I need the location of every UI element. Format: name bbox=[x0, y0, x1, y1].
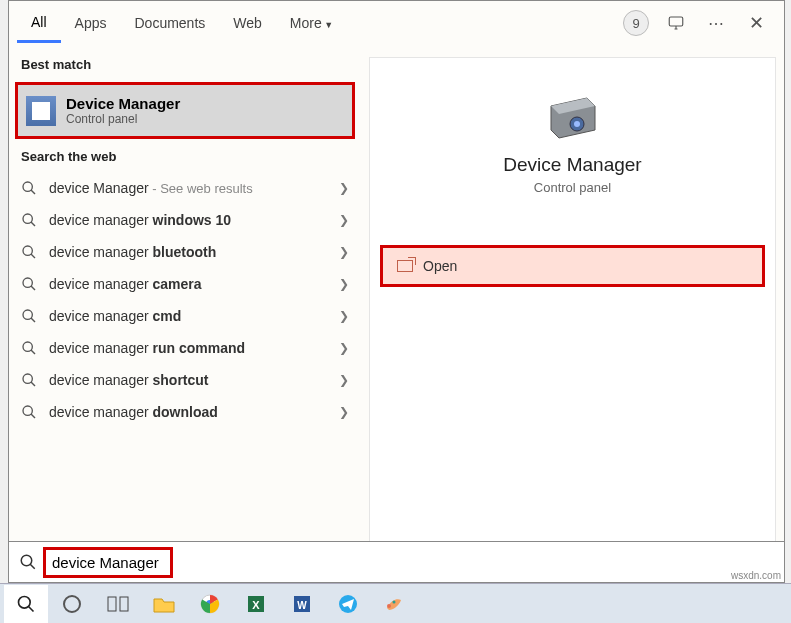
web-result-0[interactable]: device Manager - See web results❯ bbox=[9, 172, 361, 204]
tab-bar: All Apps Documents Web More 9 ⋯ ✕ bbox=[9, 1, 784, 45]
tab-all[interactable]: All bbox=[17, 4, 61, 43]
best-match-result[interactable]: Device Manager Control panel bbox=[15, 82, 355, 139]
web-result-7[interactable]: device manager download❯ bbox=[9, 396, 361, 428]
svg-line-22 bbox=[29, 606, 34, 611]
web-result-3[interactable]: device manager camera❯ bbox=[9, 268, 361, 300]
preview-card: Device Manager Control panel Open bbox=[369, 57, 776, 570]
svg-line-16 bbox=[31, 414, 35, 418]
search-icon bbox=[21, 212, 39, 228]
web-result-text: device manager download bbox=[49, 404, 218, 420]
close-icon[interactable]: ✕ bbox=[736, 3, 776, 43]
taskbar-search-icon[interactable] bbox=[4, 585, 48, 623]
web-result-6[interactable]: device manager shortcut❯ bbox=[9, 364, 361, 396]
search-web-label: Search the web bbox=[9, 141, 361, 172]
svg-line-4 bbox=[31, 222, 35, 226]
tab-apps[interactable]: Apps bbox=[61, 5, 121, 41]
svg-point-21 bbox=[19, 596, 31, 608]
svg-point-5 bbox=[23, 246, 32, 255]
chevron-right-icon: ❯ bbox=[339, 341, 349, 355]
web-result-2[interactable]: device manager bluetooth❯ bbox=[9, 236, 361, 268]
web-result-4[interactable]: device manager cmd❯ bbox=[9, 300, 361, 332]
search-icon bbox=[21, 244, 39, 260]
chevron-right-icon: ❯ bbox=[339, 405, 349, 419]
taskbar-word-icon[interactable]: W bbox=[280, 585, 324, 623]
svg-rect-0 bbox=[669, 17, 683, 26]
search-icon bbox=[19, 553, 37, 571]
tab-web[interactable]: Web bbox=[219, 5, 276, 41]
svg-line-10 bbox=[31, 318, 35, 322]
taskbar-excel-icon[interactable]: X bbox=[234, 585, 278, 623]
svg-point-1 bbox=[23, 182, 32, 191]
badge-count[interactable]: 9 bbox=[616, 3, 656, 43]
chevron-right-icon: ❯ bbox=[339, 245, 349, 259]
watermark: wsxdn.com bbox=[731, 570, 781, 581]
main-area: Best match Device Manager Control panel … bbox=[9, 45, 784, 582]
search-icon bbox=[21, 276, 39, 292]
search-icon bbox=[21, 404, 39, 420]
svg-point-13 bbox=[23, 374, 32, 383]
taskbar-taskview-icon[interactable] bbox=[96, 585, 140, 623]
svg-rect-25 bbox=[120, 597, 128, 611]
search-icon bbox=[21, 180, 39, 196]
taskbar-telegram-icon[interactable] bbox=[326, 585, 370, 623]
svg-point-34 bbox=[393, 600, 396, 603]
svg-point-33 bbox=[387, 604, 391, 608]
preview-panel: Device Manager Control panel Open bbox=[361, 45, 784, 582]
web-result-text: device manager bluetooth bbox=[49, 244, 216, 260]
svg-point-7 bbox=[23, 278, 32, 287]
svg-point-18 bbox=[574, 121, 580, 127]
taskbar-chrome-icon[interactable] bbox=[188, 585, 232, 623]
web-result-5[interactable]: device manager run command❯ bbox=[9, 332, 361, 364]
search-icon bbox=[21, 340, 39, 356]
svg-text:X: X bbox=[252, 599, 260, 611]
web-result-text: device manager run command bbox=[49, 340, 245, 356]
web-results-list: device Manager - See web results❯device … bbox=[9, 172, 361, 428]
tab-documents[interactable]: Documents bbox=[120, 5, 219, 41]
svg-point-9 bbox=[23, 310, 32, 319]
preview-subtitle: Control panel bbox=[380, 180, 765, 195]
chevron-right-icon: ❯ bbox=[339, 373, 349, 387]
web-result-text: device manager cmd bbox=[49, 308, 181, 324]
svg-point-15 bbox=[23, 406, 32, 415]
web-result-text: device manager windows 10 bbox=[49, 212, 231, 228]
open-icon bbox=[397, 260, 413, 272]
search-input[interactable] bbox=[43, 547, 173, 578]
more-options-icon[interactable]: ⋯ bbox=[696, 3, 736, 43]
best-match-title: Device Manager bbox=[66, 95, 180, 112]
svg-point-3 bbox=[23, 214, 32, 223]
web-result-text: device manager shortcut bbox=[49, 372, 209, 388]
device-manager-icon bbox=[26, 96, 56, 126]
svg-point-23 bbox=[64, 596, 80, 612]
feedback-icon[interactable] bbox=[656, 3, 696, 43]
svg-line-2 bbox=[31, 190, 35, 194]
svg-line-12 bbox=[31, 350, 35, 354]
taskbar-cortana-icon[interactable] bbox=[50, 585, 94, 623]
open-label: Open bbox=[423, 258, 457, 274]
taskbar-explorer-icon[interactable] bbox=[142, 585, 186, 623]
chevron-right-icon: ❯ bbox=[339, 277, 349, 291]
taskbar-paint-icon[interactable] bbox=[372, 585, 416, 623]
svg-line-6 bbox=[31, 254, 35, 258]
svg-line-8 bbox=[31, 286, 35, 290]
search-icon bbox=[21, 308, 39, 324]
search-icon bbox=[21, 372, 39, 388]
tab-more[interactable]: More bbox=[276, 5, 347, 41]
open-action[interactable]: Open bbox=[380, 245, 765, 287]
svg-line-20 bbox=[30, 564, 35, 569]
best-match-label: Best match bbox=[9, 49, 361, 80]
preview-title: Device Manager bbox=[380, 154, 765, 176]
taskbar: X W bbox=[0, 583, 791, 623]
svg-text:W: W bbox=[297, 600, 307, 611]
chevron-right-icon: ❯ bbox=[339, 309, 349, 323]
svg-rect-24 bbox=[108, 597, 116, 611]
search-window: All Apps Documents Web More 9 ⋯ ✕ Best m… bbox=[8, 0, 785, 583]
svg-point-19 bbox=[21, 555, 32, 566]
best-match-subtitle: Control panel bbox=[66, 112, 180, 126]
svg-point-11 bbox=[23, 342, 32, 351]
device-manager-large-icon bbox=[543, 88, 603, 138]
svg-line-14 bbox=[31, 382, 35, 386]
chevron-right-icon: ❯ bbox=[339, 213, 349, 227]
web-result-text: device manager camera bbox=[49, 276, 202, 292]
web-result-1[interactable]: device manager windows 10❯ bbox=[9, 204, 361, 236]
search-bar bbox=[8, 541, 785, 583]
